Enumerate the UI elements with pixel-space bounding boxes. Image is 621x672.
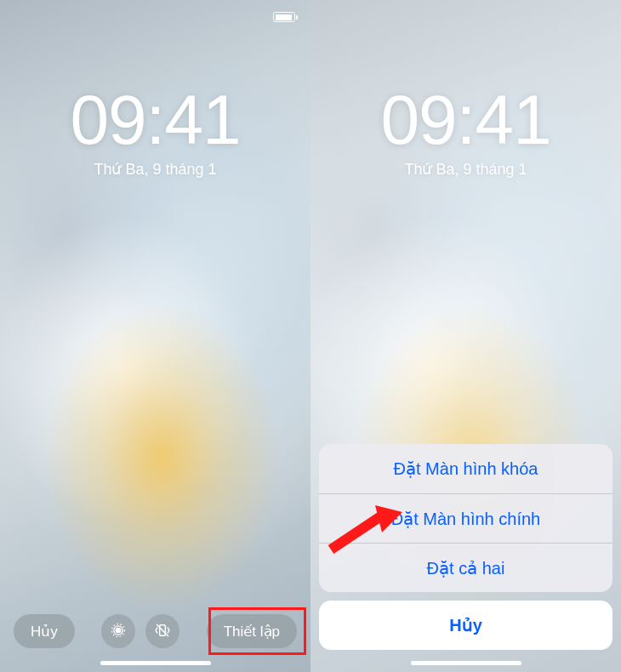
perspective-button[interactable] (145, 614, 179, 648)
option-label: Đặt Màn hình khóa (394, 458, 538, 479)
option-label: Đặt Màn hình chính (391, 509, 540, 529)
cancel-label: Hủy (449, 615, 482, 635)
home-indicator[interactable] (411, 661, 521, 665)
lock-clock: 09:41 Thứ Ba, 9 tháng 1 (0, 85, 310, 179)
action-sheet-cancel[interactable]: Hủy (319, 601, 612, 650)
phone-right: 09:41 Thứ Ba, 9 tháng 1 Đặt Màn hình khó… (310, 0, 621, 672)
lock-clock: 09:41 Thứ Ba, 9 tháng 1 (310, 85, 621, 179)
set-home-screen-option[interactable]: Đặt Màn hình chính (319, 493, 612, 543)
set-both-option[interactable]: Đặt cả hai (319, 543, 612, 592)
svg-point-0 (117, 628, 121, 632)
action-sheet-options: Đặt Màn hình khóa Đặt Màn hình chính Đặt… (319, 444, 612, 592)
live-photo-button[interactable] (101, 614, 135, 648)
option-label: Đặt cả hai (427, 558, 505, 578)
live-photo-icon (110, 622, 127, 641)
date-text: Thứ Ba, 9 tháng 1 (310, 160, 621, 179)
cancel-button[interactable]: Hủy (14, 614, 75, 648)
time-text: 09:41 (0, 85, 310, 155)
date-text: Thứ Ba, 9 tháng 1 (0, 160, 310, 179)
toolbar-center (101, 614, 179, 648)
setup-label: Thiết lập (224, 623, 280, 641)
wallpaper-action-sheet: Đặt Màn hình khóa Đặt Màn hình chính Đặt… (319, 444, 612, 650)
wallpaper-toolbar: Hủy (0, 614, 310, 648)
svg-line-4 (157, 624, 168, 635)
phone-left: 09:41 Thứ Ba, 9 tháng 1 Hủy (0, 0, 310, 672)
cancel-label: Hủy (31, 623, 58, 641)
time-text: 09:41 (310, 85, 621, 155)
home-indicator[interactable] (100, 661, 211, 665)
battery-icon (273, 12, 295, 22)
set-lock-screen-option[interactable]: Đặt Màn hình khóa (319, 444, 612, 493)
perspective-icon (154, 622, 171, 641)
setup-button[interactable]: Thiết lập (207, 614, 297, 648)
